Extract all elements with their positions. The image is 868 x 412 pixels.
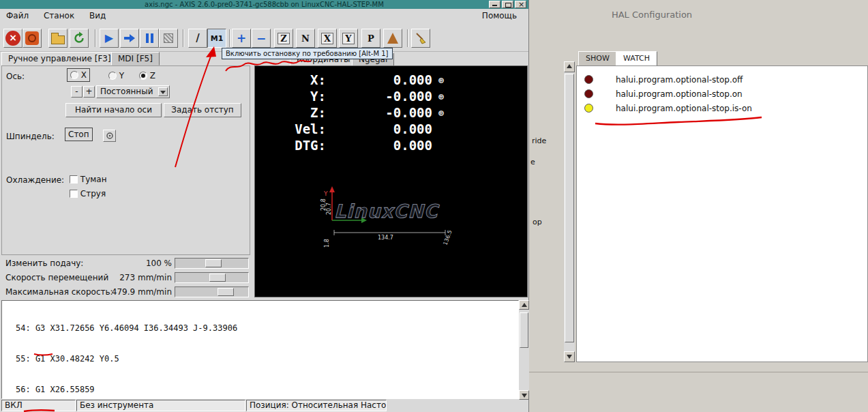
dim-width-label: 134.7 [378, 235, 393, 241]
scroll-down-icon[interactable] [519, 390, 529, 400]
cone-icon [387, 33, 398, 44]
led-icon [584, 75, 593, 84]
scroll-up-icon[interactable] [564, 61, 575, 72]
chevron-down-icon[interactable] [158, 87, 168, 96]
tab-mdi[interactable]: MDI [F5] [111, 52, 160, 65]
view-x-button[interactable]: X [318, 29, 337, 48]
run-button[interactable]: ▶ [100, 29, 119, 48]
slash-icon: / [196, 32, 199, 44]
block-delete-button[interactable]: / [188, 29, 207, 48]
gcode-line[interactable]: 56: G1 X26.55859 [16, 385, 518, 395]
hal-window-title: HAL Configuration [584, 10, 720, 20]
toolbar-separator [183, 29, 184, 47]
view-z-button[interactable]: Z [274, 29, 293, 48]
axis-titlebar[interactable]: axis.ngc - AXIS 2.6.0-pre0-3741-gc588cbb… [0, 0, 528, 9]
toolbar-separator [95, 29, 96, 47]
set-offset-button[interactable]: Задать отступ [164, 103, 241, 117]
pin-name: halui.program.optional-stop.is-on [616, 104, 752, 113]
open-file-button[interactable] [48, 29, 68, 48]
dro-readout: X: 0.000 ⊕ Y: -0.000 ⊕ Z: -0.000 ⊕ Vel: … [255, 66, 527, 153]
letter-n-icon: N [301, 33, 310, 44]
feed-override-slider[interactable] [175, 258, 249, 269]
jog-plus-button[interactable]: + [83, 86, 95, 98]
view-z2-button[interactable]: N [296, 29, 315, 48]
spindle-extra-button[interactable] [103, 130, 116, 142]
hal-tree-scrollbar[interactable] [564, 61, 575, 362]
zoom-in-button[interactable]: + [232, 29, 251, 48]
preview-canvas[interactable]: X: 0.000 ⊕ Y: -0.000 ⊕ Z: -0.000 ⊕ Vel: … [254, 65, 528, 297]
jog-speed-slider[interactable] [175, 272, 249, 283]
optional-stop-button[interactable]: M1 [207, 29, 226, 48]
clipped-tree-label[interactable]: ride [532, 136, 546, 145]
tab-show[interactable]: SHOW [578, 51, 617, 66]
close-icon[interactable] [515, 1, 526, 8]
stop-button[interactable] [159, 29, 178, 48]
axis-y-radio[interactable]: Y [108, 71, 124, 80]
slider-handle[interactable] [218, 288, 234, 296]
manual-control-panel: Ось: X Y Z - + Постоянный Найти начало о… [1, 65, 250, 255]
y-axis-arrow [329, 186, 335, 192]
mist-label: Туман [80, 175, 107, 184]
spindle-stop-label: Стоп [68, 130, 89, 139]
scroll-down-icon[interactable] [564, 351, 575, 362]
letter-x-icon: X [321, 33, 333, 44]
estop-button[interactable]: × [3, 29, 23, 48]
home-axis-button[interactable]: Найти начало оси [65, 103, 162, 117]
pin-name: halui.program.optional-stop.off [616, 75, 743, 85]
letter-z-icon: Z [278, 33, 290, 44]
rotate-view-button[interactable] [383, 29, 402, 48]
plus-icon: + [237, 33, 246, 44]
axis-x-radio[interactable]: X [67, 68, 90, 82]
estop-x-icon: × [5, 31, 20, 46]
view-y-button[interactable]: Y [339, 29, 358, 48]
jog-minus-button[interactable]: - [71, 86, 83, 98]
view-p-button[interactable]: P [361, 29, 380, 48]
broom-icon [414, 31, 428, 45]
scrollbar-thumb[interactable] [520, 312, 528, 348]
max-velocity-label: Максимальная скорость: [5, 287, 113, 297]
gcode-scrollbar[interactable] [519, 300, 529, 400]
menu-machine[interactable]: Станок [38, 9, 80, 23]
menu-view[interactable]: Вид [83, 9, 112, 23]
step-arrow-icon [123, 31, 136, 45]
dro-row-vel: Vel: 0.000 [255, 121, 527, 137]
tab-watch[interactable]: WATCH [616, 51, 657, 66]
dro-row-y: Y: -0.000 ⊕ [255, 88, 527, 104]
dim-b-label: 20.7 [326, 203, 332, 215]
jog-mode-select[interactable]: Постоянный [96, 85, 170, 98]
spindle-stop-button[interactable]: Стоп [65, 128, 93, 141]
slider-handle[interactable] [205, 259, 222, 267]
minimize-icon[interactable] [489, 1, 500, 8]
zoom-out-button[interactable]: − [252, 29, 271, 48]
menu-file[interactable]: Файл [0, 9, 35, 23]
menu-help[interactable]: Помощь [476, 9, 523, 23]
reload-icon [72, 31, 86, 45]
scrollbar-thumb[interactable] [565, 74, 574, 342]
slider-handle[interactable] [209, 274, 226, 282]
dro-row-dtg: DTG: 0.000 [255, 137, 527, 153]
hal-config-window: HAL Configuration ride e op SHOW WATCH h… [529, 0, 868, 412]
clipped-tree-label[interactable]: e [530, 158, 535, 166]
clipped-tree-label[interactable]: op [533, 218, 542, 226]
homed-icon: ⊕ [432, 91, 450, 102]
scroll-up-icon[interactable] [519, 300, 529, 310]
step-button[interactable] [120, 29, 139, 48]
mist-checkbox[interactable]: Туман [70, 175, 107, 184]
gcode-line[interactable]: 55: G1 X30.48242 Y0.5 [16, 354, 518, 364]
clear-plot-button[interactable] [411, 29, 430, 48]
gcode-line[interactable]: 54: G3 X31.72656 Y6.46094 I36.34493 J-9.… [16, 323, 518, 334]
axis-z-radio[interactable]: Z [139, 71, 155, 80]
flood-checkbox[interactable]: Струя [70, 189, 106, 198]
max-velocity-slider[interactable] [175, 286, 249, 297]
pause-button[interactable] [140, 29, 159, 48]
maximize-icon[interactable] [502, 1, 513, 8]
tab-manual-control[interactable]: Ручное управление [F3] [1, 52, 118, 65]
radio-selected-icon [139, 72, 147, 80]
dro-row-x: X: 0.000 ⊕ [255, 72, 527, 88]
desktop: axis.ngc - AXIS 2.6.0-pre0-3741-gc588cbb… [0, 0, 868, 412]
reload-button[interactable] [70, 29, 89, 48]
machine-power-button[interactable] [23, 29, 42, 48]
stop-icon [164, 33, 173, 43]
toolbar-separator [229, 29, 230, 47]
minus-icon: − [256, 33, 266, 44]
